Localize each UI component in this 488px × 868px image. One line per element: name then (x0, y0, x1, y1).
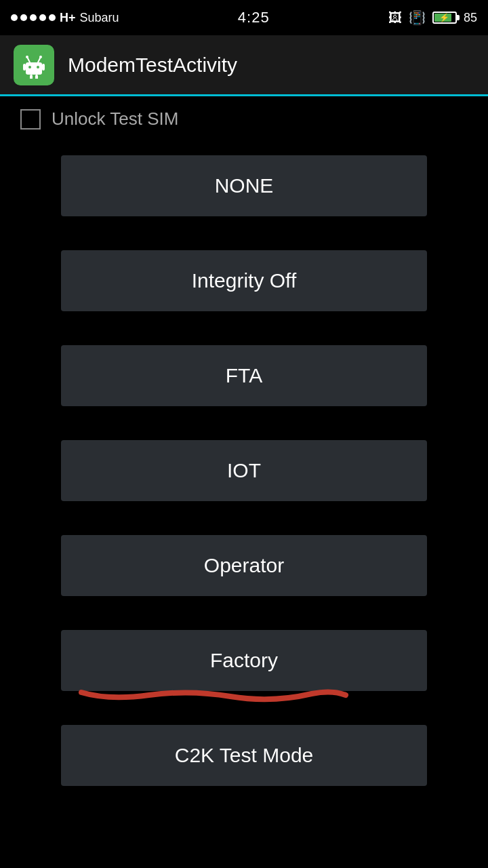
operator-button[interactable]: Operator (61, 535, 427, 596)
svg-point-10 (39, 56, 42, 58)
main-content: NONE Integrity Off FTA IOT Operator Fact… (0, 142, 488, 800)
svg-rect-6 (35, 75, 38, 79)
svg-point-1 (28, 66, 31, 68)
photo-icon: 🖼 (388, 10, 402, 26)
svg-rect-5 (30, 75, 33, 79)
app-icon (14, 45, 54, 85)
app-bar: ModemTestActivity (0, 35, 488, 96)
signal-dot-4 (39, 14, 46, 21)
time-display: 4:25 (238, 9, 270, 26)
fta-button[interactable]: FTA (61, 345, 427, 406)
network-type: H+ (60, 11, 76, 25)
integrity-off-button[interactable]: Integrity Off (61, 250, 427, 311)
signal-dots (11, 14, 56, 21)
unlock-test-sim-checkbox[interactable] (20, 109, 41, 130)
svg-point-9 (26, 56, 28, 58)
battery-percentage: 85 (464, 11, 477, 25)
unlock-test-sim-row: Unlock Test SIM (0, 96, 488, 142)
svg-rect-3 (23, 64, 26, 71)
signal-dot-5 (49, 14, 56, 21)
factory-wrapper: Factory (61, 630, 427, 691)
status-right: 🖼 📳 ⚡ 85 (388, 9, 477, 26)
factory-button[interactable]: Factory (61, 630, 427, 691)
signal-dot-3 (30, 14, 37, 21)
unlock-test-sim-label: Unlock Test SIM (52, 108, 178, 130)
battery-icon: ⚡ (432, 12, 457, 24)
android-icon (20, 52, 47, 79)
none-button[interactable]: NONE (61, 155, 427, 216)
status-bar: H+ Subaru 4:25 🖼 📳 ⚡ 85 (0, 0, 488, 35)
signal-dot-2 (20, 14, 27, 21)
carrier-name: Subaru (80, 11, 119, 25)
battery-indicator: ⚡ (432, 12, 457, 24)
svg-rect-4 (42, 64, 45, 71)
c2k-test-mode-button[interactable]: C2K Test Mode (61, 725, 427, 786)
app-title: ModemTestActivity (68, 54, 237, 77)
signal-dot-1 (11, 14, 18, 21)
vibrate-icon: 📳 (409, 9, 426, 26)
svg-point-2 (37, 66, 39, 68)
iot-button[interactable]: IOT (61, 440, 427, 501)
status-left: H+ Subaru (11, 11, 119, 25)
svg-rect-0 (26, 62, 42, 75)
battery-bolt-icon: ⚡ (439, 13, 449, 22)
